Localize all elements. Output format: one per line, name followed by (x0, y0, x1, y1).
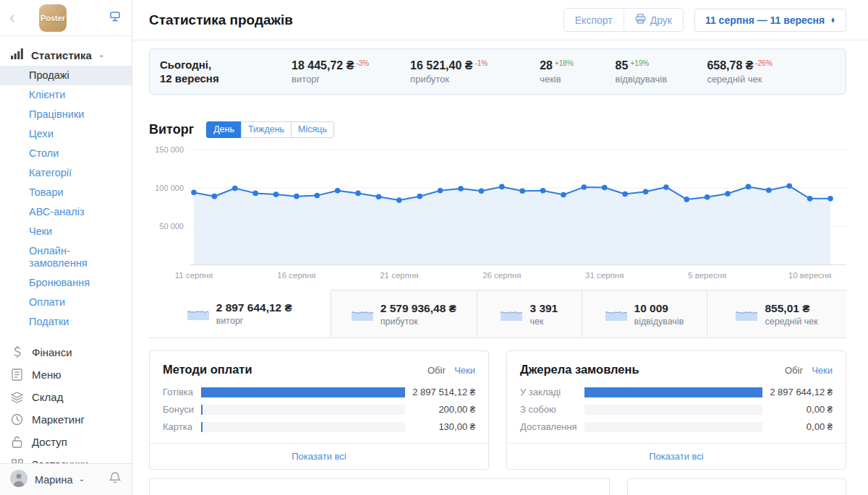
summary-cell-3[interactable]: 10 009відвідувачів (582, 290, 707, 337)
sidebar-item-4[interactable]: Столи (0, 144, 132, 163)
data-point[interactable] (827, 196, 833, 202)
summary-cell-4[interactable]: 855,01 ₴середній чек (707, 290, 846, 337)
print-button[interactable]: Друк (624, 9, 683, 31)
sidebar-section-3[interactable]: Маркетинг (0, 408, 132, 431)
data-point[interactable] (622, 191, 628, 197)
summary-cell-0[interactable]: 2 897 644,12 ₴виторг (149, 290, 331, 337)
chart-tab-0[interactable]: День (206, 121, 242, 138)
header-controls: Експорт Друк 11 серп (563, 8, 846, 32)
data-point[interactable] (232, 186, 238, 191)
bar-fill (201, 422, 203, 432)
toggle-link[interactable]: Чеки (454, 365, 475, 376)
main-area: Статистика продажів Експорт (132, 0, 868, 495)
summary-cell-label: відвідувачів (634, 317, 684, 327)
sidebar-item-2[interactable]: Працівники (0, 105, 132, 124)
export-print-group: Експорт Друк (563, 8, 684, 32)
sidebar-item-7[interactable]: АВС-аналіз (0, 202, 132, 222)
data-point[interactable] (417, 194, 422, 199)
data-point[interactable] (191, 190, 197, 196)
panels-row: Методи оплатиОбігЧекиГотівка2 897 514,12… (149, 350, 846, 470)
date-range-selector[interactable]: 11 серпня — 11 вересня ▲▼ (694, 9, 846, 32)
today-stat-change: -3% (356, 59, 369, 67)
sidebar-section-0[interactable]: Фінанси (0, 340, 132, 363)
x-axis-tick: 31 серпня (585, 271, 624, 280)
data-point[interactable] (376, 194, 382, 199)
data-point[interactable] (643, 189, 649, 195)
today-stat-1: 16 521,40 ₴-1%прибуток (410, 59, 540, 85)
export-button[interactable]: Експорт (564, 9, 624, 31)
data-point[interactable] (807, 196, 813, 202)
sidebar-item-8[interactable]: Чеки (0, 222, 132, 241)
data-point[interactable] (582, 184, 587, 190)
sidebar-item-5[interactable]: Категорії (0, 163, 132, 183)
sidebar-section-4[interactable]: Доступ (0, 431, 132, 453)
data-point[interactable] (499, 184, 505, 190)
data-point[interactable] (479, 188, 485, 194)
summary-cell-2[interactable]: 3 391чек (477, 290, 582, 337)
sidebar-item-0[interactable]: Продажі (0, 66, 132, 85)
toggle-current[interactable]: Обіг (427, 365, 446, 376)
panel-header: Джерела замовленьОбігЧеки (507, 351, 846, 385)
bar-row-label: У закладі (520, 387, 577, 397)
sidebar-item-3[interactable]: Цехи (0, 124, 132, 144)
x-axis-tick: 26 серпня (482, 271, 521, 280)
printer-icon (635, 14, 646, 26)
sidebar-section-2[interactable]: Склад (0, 386, 132, 408)
sidebar-item-1[interactable]: Клієнти (0, 85, 132, 105)
data-point[interactable] (315, 193, 320, 199)
sidebar-section-1[interactable]: Меню (0, 363, 132, 386)
panel-toggle: ОбігЧеки (427, 365, 475, 376)
toggle-link[interactable]: Чеки (812, 365, 833, 376)
poster-logo[interactable]: Poster (39, 4, 67, 32)
summary-cell-label: прибуток (380, 317, 456, 327)
sidebar-item-9[interactable]: Онлайн-замовлення (0, 241, 132, 273)
show-all-link[interactable]: Показати всі (150, 443, 488, 469)
chart-tab-1[interactable]: Тиждень (241, 121, 292, 138)
show-all-link[interactable]: Показати всі (507, 443, 846, 469)
data-point[interactable] (252, 191, 258, 197)
data-point[interactable] (273, 191, 279, 197)
today-stat-value: 85+19% (616, 59, 707, 72)
sidebar-item-11[interactable]: Оплати (0, 293, 132, 312)
sidebar-section-5[interactable]: Застосунки (0, 453, 132, 463)
data-point[interactable] (663, 184, 669, 190)
data-point[interactable] (725, 191, 731, 197)
back-chevron-icon[interactable]: ‹ (9, 10, 22, 26)
sidebar-item-10[interactable]: Бронювання (0, 273, 132, 293)
sparkline-icon (501, 308, 522, 321)
data-point[interactable] (766, 187, 772, 193)
pos-terminal-icon[interactable] (108, 9, 122, 27)
sidebar-user-row[interactable]: Марина - (0, 463, 132, 495)
x-axis-tick: 21 серпня (380, 271, 418, 280)
today-stat-change: +19% (630, 59, 649, 67)
data-point[interactable] (540, 188, 546, 194)
data-point[interactable] (458, 186, 464, 191)
data-point[interactable] (396, 197, 402, 203)
data-point[interactable] (684, 197, 689, 202)
data-point[interactable] (355, 191, 361, 197)
data-point[interactable] (746, 184, 752, 190)
data-point[interactable] (335, 188, 341, 194)
data-point[interactable] (294, 194, 299, 199)
bell-icon[interactable] (109, 471, 122, 488)
chart-tab-2[interactable]: Місяць (291, 121, 334, 138)
period-summary-row: 2 897 644,12 ₴виторг2 579 936,48 ₴прибут… (149, 290, 846, 338)
data-point[interactable] (786, 184, 792, 189)
data-point[interactable] (705, 194, 710, 200)
summary-cell-1[interactable]: 2 579 936,48 ₴прибуток (331, 290, 477, 337)
sidebar-item-12[interactable]: Податки (0, 312, 132, 332)
sidebar-section-statistics[interactable]: Статистика - (0, 45, 132, 66)
data-point[interactable] (212, 194, 218, 199)
data-point[interactable] (519, 188, 525, 194)
summary-cell-value: 3 391 (529, 302, 558, 315)
data-point[interactable] (438, 188, 443, 194)
app-window: ‹ Poster Ста (0, 0, 868, 495)
data-point[interactable] (561, 192, 566, 198)
panel-title: Джерела замовлень (520, 363, 785, 376)
sparkline-icon (352, 308, 373, 321)
sidebar-item-6[interactable]: Товари (0, 183, 132, 202)
bar-chart-icon (11, 48, 23, 62)
toggle-current[interactable]: Обіг (785, 365, 803, 376)
data-point[interactable] (602, 185, 608, 191)
y-axis-tick: 100 000 (149, 184, 184, 192)
